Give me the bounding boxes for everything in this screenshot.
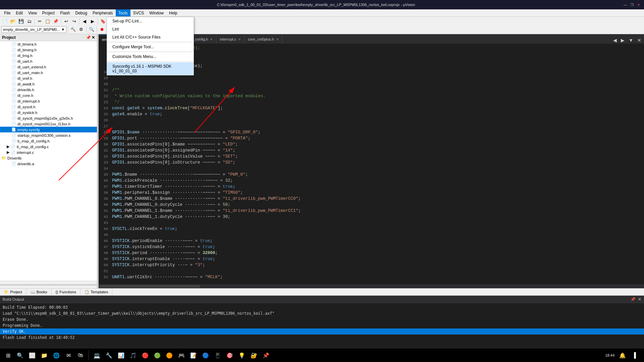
tree-item-dl-trng-h[interactable]: 📄dl_trng.h bbox=[0, 53, 97, 58]
file-explorer-button[interactable]: 📁 bbox=[39, 350, 50, 361]
tree-item-ti-msp-dl-config-c[interactable]: ▶📄ti_msp_dl_config.c bbox=[0, 144, 97, 149]
tree-item-driverlib-h[interactable]: 📄driverlib.h bbox=[0, 87, 97, 93]
tab-close-button[interactable]: ✕ bbox=[238, 38, 241, 41]
minimize-button[interactable]: — bbox=[623, 2, 628, 7]
tree-item-Driverlib[interactable]: 📁Driverlib bbox=[0, 155, 97, 161]
tree-item-dl-wwdt-h[interactable]: 📄dl_wwdt.h bbox=[0, 81, 97, 87]
app7-button[interactable]: 🟠 bbox=[164, 350, 175, 361]
tree-item-ti-msp-dl-config-h[interactable]: 📄ti_msp_dl_config.h bbox=[0, 138, 97, 144]
tree-item-dl-systick-h[interactable]: 📄dl_systick.h bbox=[0, 110, 97, 115]
tree-item-dl-core-h[interactable]: 📄dl_core.h bbox=[0, 93, 97, 98]
back-button[interactable]: ◀ bbox=[81, 18, 88, 25]
menu-peripherals[interactable]: Peripherals bbox=[90, 9, 116, 16]
customize-tools-item[interactable]: Customize Tools Menu... bbox=[107, 53, 194, 61]
lint-all-item[interactable]: Lint All C/C++ Source Files bbox=[107, 33, 194, 41]
tree-item-empty-syscfg[interactable]: 📄empty.syscfg bbox=[0, 127, 97, 132]
build-close-icon[interactable]: ✕ bbox=[638, 297, 641, 302]
copy-button[interactable]: 📋 bbox=[44, 18, 51, 25]
app12-button[interactable]: 🎯 bbox=[224, 350, 235, 361]
forward-button[interactable]: ▶ bbox=[89, 18, 96, 25]
tree-item-dl-vref-h[interactable]: 📄dl_vref.h bbox=[0, 75, 97, 81]
show-desktop-button[interactable]: ▌ bbox=[631, 350, 641, 361]
redo-button[interactable]: ↪ bbox=[70, 18, 78, 25]
search-button-taskbar[interactable]: 🔍 bbox=[15, 350, 25, 361]
start-button[interactable]: ⊞ bbox=[3, 350, 13, 361]
debug-start-button[interactable]: ⏺ bbox=[98, 26, 106, 33]
menu-file[interactable]: File bbox=[1, 9, 13, 16]
menu-tools[interactable]: Tools bbox=[116, 9, 130, 16]
app6-button[interactable]: 🟢 bbox=[152, 350, 163, 361]
menu-svcs[interactable]: SVCS bbox=[130, 9, 147, 16]
sysconfig-item[interactable]: Sysconfig v1.16.1 - MSPM0 SDK v1_00_01_0… bbox=[107, 62, 194, 75]
search-button[interactable]: 🔍 bbox=[88, 26, 95, 33]
setup-pclint-item[interactable]: Set-up PC-Lint... bbox=[107, 17, 194, 25]
app5-button[interactable]: 🔴 bbox=[140, 350, 151, 361]
tree-item-dl-timerg-h[interactable]: 📄dl_timerg.h bbox=[0, 47, 97, 53]
tab-close-button[interactable]: ✕ bbox=[210, 38, 213, 41]
tab-books[interactable]: 📖 Books bbox=[26, 289, 52, 295]
paste-button[interactable]: 📌 bbox=[52, 18, 59, 25]
tab-close-button[interactable]: ✕ bbox=[276, 38, 279, 41]
code-editor[interactable]: /ti/driverlib/PWM", {}, false); /ti/driv… bbox=[99, 44, 644, 284]
tree-item-dl-timera-h[interactable]: 📄dl_timera.h bbox=[0, 41, 97, 47]
tree-item-dl-sysctl-mspm0l11xx-l13xx-h[interactable]: 📄dl_sysctl_mspm0l11xx_l13xx.h bbox=[0, 121, 97, 127]
app13-button[interactable]: 💡 bbox=[236, 350, 247, 361]
tree-item-dl-uart-main-h[interactable]: 📄dl_uart_main.h bbox=[0, 70, 97, 75]
tree-item-interrupt-c[interactable]: ▶📄interrupt.c bbox=[0, 149, 97, 155]
tab-project[interactable]: 📁 Project bbox=[0, 289, 26, 295]
panel-close-button[interactable]: ✕ bbox=[92, 35, 95, 40]
menu-edit[interactable]: Edit bbox=[13, 9, 25, 16]
horizontal-scrollbar[interactable] bbox=[99, 284, 644, 288]
menu-flash[interactable]: Flash bbox=[57, 9, 72, 16]
tab-interrupt-c[interactable]: interrupt.c ✕ bbox=[216, 35, 245, 44]
tab-templates[interactable]: 📋 Templates bbox=[80, 289, 112, 295]
configure-merge-item[interactable]: Configure Merge Tool... bbox=[107, 43, 194, 51]
bookmark-button[interactable]: 🔖 bbox=[99, 18, 107, 25]
save-all-button[interactable]: 🗂 bbox=[25, 18, 33, 25]
save-button[interactable]: 💾 bbox=[17, 18, 25, 25]
undo-button[interactable]: ↩ bbox=[62, 18, 70, 25]
tree-item-dl-uart-h[interactable]: 📄dl_uart.h bbox=[0, 58, 97, 64]
scrollbar-thumb[interactable] bbox=[99, 285, 200, 288]
cut-button[interactable]: ✂ bbox=[36, 18, 43, 25]
app9-button[interactable]: 📝 bbox=[188, 350, 199, 361]
close-all-tabs-button[interactable]: ✕ bbox=[636, 37, 643, 44]
task-view-button[interactable]: ⬜ bbox=[27, 350, 38, 361]
app8-button[interactable]: 🎮 bbox=[176, 350, 187, 361]
tree-item-dl-sysctl-h[interactable]: 📄dl_sysctl.h bbox=[0, 104, 97, 110]
app14-button[interactable]: 🔐 bbox=[249, 350, 259, 361]
menu-view[interactable]: View bbox=[25, 9, 40, 16]
close-button[interactable]: ✕ bbox=[636, 2, 641, 7]
menu-debug[interactable]: Debug bbox=[73, 9, 90, 16]
lint-item[interactable]: Lint bbox=[107, 25, 194, 33]
browser-button[interactable]: 🌐 bbox=[51, 350, 62, 361]
maximize-button[interactable]: ❐ bbox=[629, 2, 635, 7]
app15-button[interactable]: 📌 bbox=[261, 350, 271, 361]
menu-help[interactable]: Help bbox=[166, 9, 180, 16]
rebuild-button[interactable]: ⚙ bbox=[77, 26, 85, 33]
panel-pin-button[interactable]: 📌 bbox=[86, 35, 91, 40]
tree-item-dl-uart-extend-h[interactable]: 📄dl_uart_extend.h bbox=[0, 64, 97, 70]
app11-button[interactable]: 📱 bbox=[212, 350, 223, 361]
app10-button[interactable]: 🔵 bbox=[200, 350, 211, 361]
app4-button[interactable]: 🎵 bbox=[128, 350, 139, 361]
store-button[interactable]: 🛍 bbox=[75, 350, 86, 361]
menu-project[interactable]: Project bbox=[40, 9, 57, 16]
tree-item-startup-mspm0l1306-uvision-s[interactable]: 📄startup_mspm0l1306_uvision.s bbox=[0, 132, 97, 138]
app1-button[interactable]: 💻 bbox=[92, 350, 102, 361]
app2-button[interactable]: 🔧 bbox=[104, 350, 114, 361]
notifications-button[interactable]: 🔔 bbox=[617, 350, 628, 361]
tab-list-button[interactable]: ▼ bbox=[627, 37, 635, 44]
tree-item-driverlib-a[interactable]: 📄driverlib.a bbox=[0, 161, 97, 167]
tab-core-cm0plus-h[interactable]: core_cm0plus.h ✕ bbox=[245, 35, 282, 44]
tree-item-dl-interrupt-h[interactable]: 📄dl_interrupt.h bbox=[0, 98, 97, 104]
window-controls[interactable]: — ❐ ✕ bbox=[623, 2, 641, 7]
build-pin-icon[interactable]: 📌 bbox=[631, 297, 635, 302]
open-button[interactable]: 📂 bbox=[9, 18, 17, 25]
tab-functions[interactable]: {} Functions bbox=[52, 289, 80, 295]
menu-window[interactable]: Window bbox=[147, 9, 166, 16]
tab-scroll-right[interactable]: ▶ bbox=[620, 37, 626, 44]
build-button[interactable]: 🔨 bbox=[69, 26, 77, 33]
tab-scroll-left[interactable]: ◀ bbox=[612, 37, 618, 44]
app3-button[interactable]: 📊 bbox=[116, 350, 126, 361]
